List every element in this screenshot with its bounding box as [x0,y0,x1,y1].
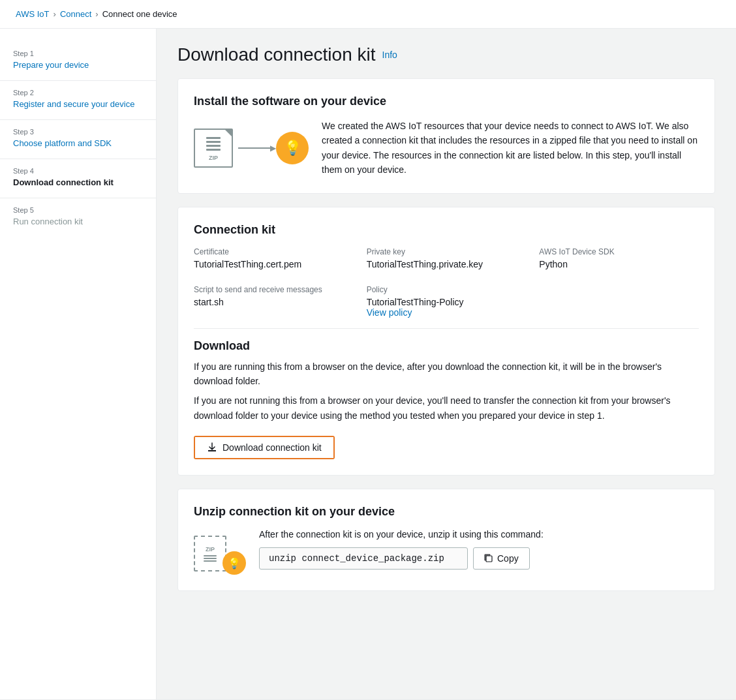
breadcrumb-connect[interactable]: Connect [60,9,91,19]
kit-script: Script to send and receive messages star… [194,285,354,318]
sidebar-step-4[interactable]: Step 4 Download connection kit [0,159,156,198]
kit-sdk: AWS IoT Device SDK Python [539,247,699,269]
step-4-label: Step 4 [13,167,143,175]
script-label: Script to send and receive messages [194,285,354,294]
unzip-card: Unzip connection kit on your device ZIP … [177,489,715,591]
breadcrumb-sep-1: › [54,9,56,19]
connection-kit-card: Connection kit Certificate TutorialTestT… [177,207,715,476]
private-key-label: Private key [367,247,527,256]
sdk-label: AWS IoT Device SDK [539,247,699,256]
copy-button[interactable]: Copy [473,547,530,570]
sdk-value: Python [539,259,699,269]
connection-kit-title: Connection kit [194,223,699,237]
script-value: start.sh [194,297,354,307]
copy-icon [484,554,493,563]
kit-certificate: Certificate TutorialTestThing.cert.pem [194,247,354,269]
download-section-title: Download [194,339,699,353]
download-desc-1: If you are running this from a browser o… [194,359,699,389]
breadcrumb: AWS IoT › Connect › Connect one device [0,0,736,29]
breadcrumb-aws-iot[interactable]: AWS IoT [16,9,50,19]
bulb-icon: 💡 [276,132,309,164]
sidebar-step-5: Step 5 Run connection kit [0,198,156,237]
breadcrumb-sep-2: › [95,9,98,19]
kit-grid-row2: Script to send and receive messages star… [194,285,699,318]
command-row: unzip connect_device_package.zip Copy [259,547,699,570]
policy-value: TutorialTestThing-Policy [367,297,527,307]
download-connection-kit-button[interactable]: Download connection kit [195,437,333,458]
kit-private-key: Private key TutorialTestThing.private.ke… [367,247,527,269]
kit-policy: Policy TutorialTestThing-Policy View pol… [367,285,527,318]
certificate-value: TutorialTestThing.cert.pem [194,259,354,269]
svg-rect-0 [486,556,492,562]
view-policy-link[interactable]: View policy [367,307,412,318]
unzip-icons: ZIP 💡 [194,529,246,575]
sidebar-step-2[interactable]: Step 2 Register and secure your device [0,81,156,120]
step-4-title: Download connection kit [13,177,143,187]
policy-label: Policy [367,285,527,294]
sidebar-step-1[interactable]: Step 1 Prepare your device [0,42,156,81]
step-5-title: Run connection kit [13,217,143,226]
kit-placeholder [539,285,699,318]
install-description: We created the AWS IoT resources that yo… [322,119,699,177]
step-3-title: Choose platform and SDK [13,138,143,148]
install-card-title: Install the software on your device [194,95,699,108]
sidebar: Step 1 Prepare your device Step 2 Regist… [0,29,157,699]
step-5-label: Step 5 [13,206,143,214]
zip-arrow-icon: ZIP 💡 [194,129,309,168]
unzip-bulb-icon: 💡 [222,551,246,575]
download-icon [207,442,217,453]
step-1-title: Prepare your device [13,60,143,70]
private-key-value: TutorialTestThing.private.key [367,259,527,269]
breadcrumb-current: Connect one device [102,9,177,19]
unzip-zip-icon: ZIP [194,536,226,571]
page-title: Download connection kit Info [177,44,715,65]
step-2-title: Register and secure your device [13,99,143,109]
info-link[interactable]: Info [382,50,397,60]
unzip-description: After the connection kit is on your devi… [259,529,699,540]
sidebar-step-3[interactable]: Step 3 Choose platform and SDK [0,120,156,159]
install-card: Install the software on your device ZIP … [177,78,715,194]
arrow-icon [238,147,271,149]
command-box: unzip connect_device_package.zip [259,547,468,570]
zip-box-icon: ZIP [194,129,233,168]
unzip-card-title: Unzip connection kit on your device [194,505,699,519]
step-1-label: Step 1 [13,50,143,57]
step-3-label: Step 3 [13,128,143,136]
certificate-label: Certificate [194,247,354,256]
unzip-content: After the connection kit is on your devi… [259,529,699,570]
kit-grid-row1: Certificate TutorialTestThing.cert.pem P… [194,247,699,269]
download-btn-wrapper[interactable]: Download connection kit [194,436,335,459]
content-area: Download connection kit Info Install the… [157,29,736,699]
download-desc-2: If you are not running this from a brows… [194,393,699,423]
step-2-label: Step 2 [13,89,143,97]
